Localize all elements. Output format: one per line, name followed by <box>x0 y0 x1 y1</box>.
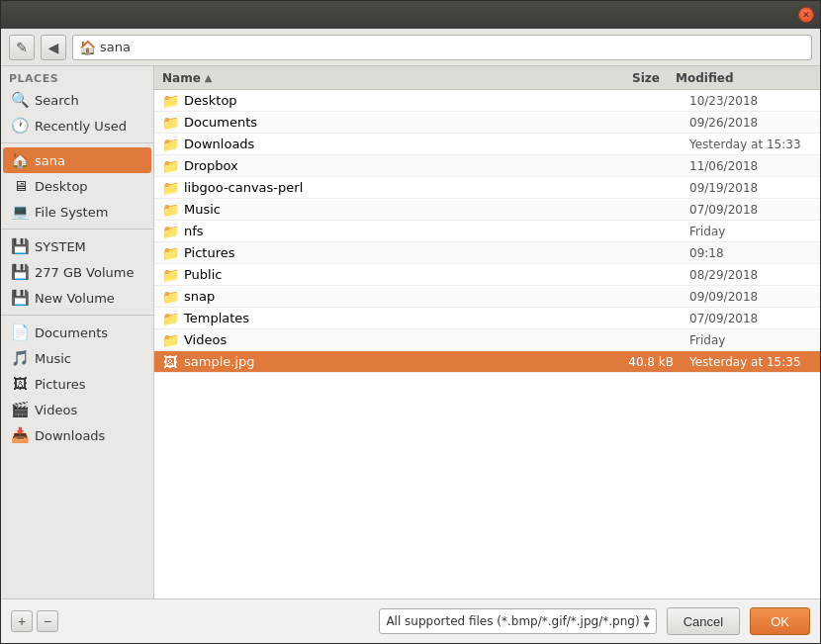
cancel-button[interactable]: Cancel <box>667 607 740 635</box>
back-button[interactable]: ◀ <box>41 35 66 60</box>
table-row[interactable]: 📁 Templates 07/09/2018 <box>154 308 820 329</box>
search-icon: 🔍 <box>11 91 29 109</box>
folder-icon: 📁 <box>162 202 178 218</box>
sidebar-item-label: 277 GB Volume <box>35 265 134 280</box>
table-row-selected[interactable]: 🖼 sample.jpg 40.8 kB Yesterday at 15:35 <box>154 351 820 373</box>
sidebar-item-documents[interactable]: 📄 Documents <box>3 320 151 345</box>
table-row[interactable]: 📁 nfs Friday <box>154 221 820 242</box>
folder-icon: 📁 <box>162 93 178 109</box>
table-row[interactable]: 📁 snap 09/09/2018 <box>154 286 820 308</box>
sidebar-item-label: SYSTEM <box>35 239 86 254</box>
file-label: libgoo-canvas-perl <box>184 180 303 195</box>
sidebar-item-label: Pictures <box>35 377 85 392</box>
image-file-icon: 🖼 <box>162 354 178 370</box>
file-modified: Yesterday at 15:33 <box>682 138 820 151</box>
sidebar-item-label: New Volume <box>35 291 115 306</box>
file-label: Templates <box>184 311 249 325</box>
drive-icon-3: 💾 <box>11 289 29 307</box>
sidebar-item-recently-used[interactable]: 🕐 Recently Used <box>3 113 151 138</box>
sidebar-item-pictures[interactable]: 🖼 Pictures <box>3 371 151 397</box>
file-type-dropdown[interactable]: All supported files (*.bmp/*.gif/*.jpg/*… <box>379 608 656 634</box>
folder-icon: 📁 <box>162 245 178 261</box>
file-modified: 07/09/2018 <box>682 312 820 325</box>
table-row[interactable]: 📁 Desktop 10/23/2018 <box>154 90 820 112</box>
add-sidebar-button[interactable]: + <box>11 610 33 632</box>
folder-icon: 📁 <box>162 180 178 196</box>
folder-icon: 📁 <box>162 158 178 174</box>
sidebar-item-label: Search <box>35 93 79 108</box>
sidebar-item-new-volume[interactable]: 💾 New Volume <box>3 285 151 311</box>
sidebar-controls: + − <box>11 610 58 632</box>
sidebar-item-label: sana <box>35 153 65 168</box>
sort-arrow-icon: ▲ <box>205 72 213 83</box>
edit-button[interactable]: ✎ <box>9 35 35 60</box>
table-row[interactable]: 📁 Music 07/09/2018 <box>154 199 820 221</box>
table-row[interactable]: 📁 Public 08/29/2018 <box>154 264 820 286</box>
sidebar-item-search[interactable]: 🔍 Search <box>3 87 151 113</box>
folder-icon: 📁 <box>162 311 178 326</box>
file-name-cell: 📁 Downloads <box>154 137 602 152</box>
sidebar-item-277gb[interactable]: 💾 277 GB Volume <box>3 259 151 285</box>
sidebar: Places 🔍 Search 🕐 Recently Used 🏠 sana 🖥… <box>1 66 154 598</box>
file-name-cell: 📁 Public <box>154 267 602 283</box>
sidebar-item-label: Documents <box>35 325 108 340</box>
file-modified: 08/29/2018 <box>682 268 820 282</box>
table-row[interactable]: 📁 libgoo-canvas-perl 09/19/2018 <box>154 177 820 199</box>
sidebar-divider-2 <box>1 229 153 230</box>
location-bar: 🏠 sana <box>72 35 812 60</box>
places-label: Places <box>1 66 153 87</box>
close-button[interactable]: ✕ <box>798 7 814 23</box>
file-name-cell: 📁 libgoo-canvas-perl <box>154 180 602 196</box>
location-text: sana <box>100 40 131 54</box>
remove-sidebar-button[interactable]: − <box>37 610 58 632</box>
sidebar-item-label: Desktop <box>35 179 88 194</box>
sidebar-item-system[interactable]: 💾 SYSTEM <box>3 233 151 259</box>
table-row[interactable]: 📁 Pictures 09:18 <box>154 242 820 264</box>
file-label: Documents <box>184 115 257 130</box>
file-type-label: All supported files (*.bmp/*.gif/*.jpg/*… <box>386 614 639 628</box>
sidebar-item-music[interactable]: 🎵 Music <box>3 345 151 371</box>
file-label: snap <box>184 289 215 304</box>
file-modified: 07/09/2018 <box>682 203 820 217</box>
location-folder-icon: 🏠 <box>79 40 96 55</box>
column-size[interactable]: Size <box>589 71 668 85</box>
sidebar-item-sana[interactable]: 🏠 sana <box>3 147 151 173</box>
file-name-cell: 📁 Pictures <box>154 245 602 261</box>
table-row[interactable]: 📁 Dropbox 11/06/2018 <box>154 155 820 177</box>
select-arrows-icon: ▲ ▼ <box>644 613 650 629</box>
pictures-icon: 🖼 <box>11 375 29 393</box>
sidebar-item-label: Downloads <box>35 428 105 443</box>
file-name-cell: 📁 nfs <box>154 224 602 239</box>
file-list[interactable]: 📁 Desktop 10/23/2018 📁 Documents 09/26/2… <box>154 90 820 598</box>
folder-icon: 📁 <box>162 115 178 131</box>
table-row[interactable]: 📁 Videos Friday <box>154 329 820 351</box>
file-modified: 09/09/2018 <box>682 290 820 304</box>
sidebar-item-downloads[interactable]: 📥 Downloads <box>3 422 151 448</box>
column-name[interactable]: Name ▲ <box>154 71 589 85</box>
file-name-cell: 📁 Videos <box>154 332 602 348</box>
ok-button[interactable]: OK <box>750 607 810 635</box>
file-label: Public <box>184 267 222 282</box>
bottom-bar: + − All supported files (*.bmp/*.gif/*.j… <box>1 598 820 643</box>
file-name-cell: 📁 Documents <box>154 115 602 131</box>
drive-icon-2: 💾 <box>11 263 29 281</box>
sidebar-item-videos[interactable]: 🎬 Videos <box>3 397 151 422</box>
file-name-cell: 📁 Dropbox <box>154 158 602 174</box>
file-modified: Friday <box>682 333 820 347</box>
sidebar-item-file-system[interactable]: 💻 File System <box>3 199 151 225</box>
file-name-cell: 📁 Desktop <box>154 93 602 109</box>
table-row[interactable]: 📁 Downloads Yesterday at 15:33 <box>154 134 820 155</box>
file-size: 40.8 kB <box>602 355 682 369</box>
folder-icon: 📁 <box>162 137 178 152</box>
sidebar-item-label: Recently Used <box>35 119 127 134</box>
sidebar-item-desktop[interactable]: 🖥 Desktop <box>3 173 151 199</box>
table-row[interactable]: 📁 Documents 09/26/2018 <box>154 112 820 134</box>
column-modified[interactable]: Modified <box>668 71 806 85</box>
clock-icon: 🕐 <box>11 117 29 135</box>
file-label: Downloads <box>184 137 254 151</box>
file-name-cell: 📁 snap <box>154 289 602 305</box>
folder-icon: 📁 <box>162 332 178 348</box>
file-label: Music <box>184 202 221 217</box>
sidebar-item-label: Videos <box>35 403 77 417</box>
titlebar: ✕ <box>1 1 820 29</box>
